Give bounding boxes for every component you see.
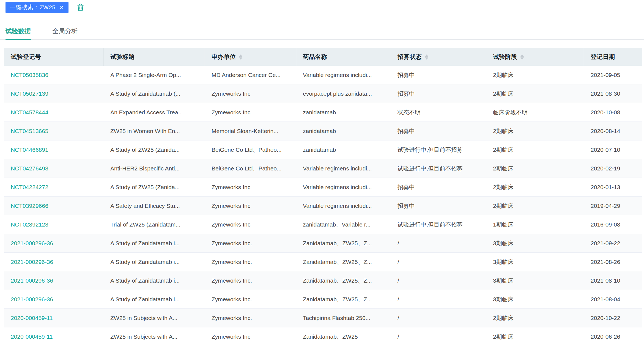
column-header: 试验标题 — [104, 48, 205, 66]
recruit-status-cell: 招募中 — [391, 90, 486, 98]
sort-icon[interactable] — [520, 54, 524, 60]
drug-name-cell: Zanidatamab、ZW25、Z... — [296, 277, 391, 285]
drug-name-cell: zanidatamab — [296, 128, 391, 134]
sponsor-cell: Zymeworks Inc — [205, 203, 296, 209]
column-header: 试验登记号 — [4, 48, 104, 66]
table-row: 2020-000459-11 ZW25 in Subjects with A..… — [4, 327, 642, 345]
trial-title-cell: A Study of ZW25 (Zanida... — [104, 184, 205, 191]
table-row: NCT03929666 A Safety and Efficacy Stu...… — [4, 197, 642, 215]
trial-registration-link[interactable]: NCT04276493 — [11, 165, 48, 172]
trial-registration-link[interactable]: NCT02892123 — [11, 221, 48, 228]
trial-registration-link[interactable]: 2021-000296-36 — [11, 259, 53, 265]
register-date-cell: 2021-08-10 — [584, 277, 642, 284]
trial-phase-cell: 3期临床 — [486, 258, 584, 266]
trials-table: 试验登记号 试验标题 申办单位 药品名称 招募状态 试验阶段 登记日期 NCT0… — [4, 48, 642, 345]
trial-title-cell: An Expanded Access Trea... — [104, 109, 205, 116]
trash-icon — [76, 3, 85, 12]
sponsor-cell: Zymeworks Inc. — [205, 240, 296, 247]
column-header-label: 试验标题 — [110, 53, 135, 61]
register-date-cell: 2020-08-14 — [584, 128, 642, 134]
recruit-status-cell: 状态不明 — [391, 109, 486, 116]
table-row: 2021-000296-36 A Study of Zanidatamab i.… — [4, 234, 642, 253]
sponsor-cell: Zymeworks Inc. — [205, 315, 296, 321]
register-date-cell: 2021-08-26 — [584, 259, 642, 265]
trial-phase-cell: 1期临床 — [486, 221, 584, 228]
sort-icon[interactable] — [239, 54, 242, 60]
register-date-cell: 2021-08-04 — [584, 296, 642, 303]
filter-chip-label: 一键搜索：ZW25 — [10, 4, 56, 11]
column-header[interactable]: 申办单位 — [205, 48, 296, 66]
trial-phase-cell: 2期临床 — [486, 202, 584, 210]
sponsor-cell: Zymeworks Inc. — [205, 277, 296, 284]
column-header-label: 登记日期 — [591, 53, 615, 61]
column-header[interactable]: 招募状态 — [391, 48, 486, 66]
trial-title-cell: A Study of Zanidatamab i... — [104, 240, 205, 247]
column-header: 药品名称 — [296, 48, 391, 66]
recruit-status-cell: 招募中 — [391, 127, 486, 135]
drug-name-cell: Tachipirina Flashtab 250... — [296, 315, 391, 321]
sort-icon[interactable] — [425, 54, 428, 60]
sponsor-cell: Zymeworks Inc. — [205, 259, 296, 265]
trial-registration-link[interactable]: NCT04513665 — [11, 128, 48, 134]
drug-name-cell: zanidatamab — [296, 109, 391, 116]
drug-name-cell: Zanidatamab、ZW25、Z... — [296, 296, 391, 303]
trial-registration-link[interactable]: NCT03929666 — [11, 203, 48, 209]
search-filter-chip[interactable]: 一键搜索：ZW25 ✕ — [6, 2, 68, 13]
close-icon[interactable]: ✕ — [59, 5, 64, 10]
tab-bar: 试验数据 全局分析 — [0, 27, 644, 40]
tab-global-analysis[interactable]: 全局分析 — [52, 27, 78, 39]
trial-registration-link[interactable]: NCT04578444 — [11, 109, 48, 115]
register-date-cell: 2021-08-30 — [584, 90, 642, 97]
trial-registration-link[interactable]: 2020-000459-11 — [11, 315, 53, 321]
trial-registration-link[interactable]: 2021-000296-36 — [11, 240, 53, 246]
register-date-cell: 2021-09-05 — [584, 72, 642, 78]
register-date-cell: 2020-10-22 — [584, 315, 642, 321]
sponsor-cell: Zymeworks Inc — [205, 221, 296, 228]
tab-trial-data[interactable]: 试验数据 — [6, 27, 31, 39]
table-row: NCT02892123 Trial of ZW25 (Zanidatam... … — [4, 215, 642, 234]
recruit-status-cell: 招募中 — [391, 183, 486, 191]
table-row: NCT04578444 An Expanded Access Trea... Z… — [4, 103, 642, 122]
drug-name-cell: zanidatamab、Variable r... — [296, 221, 391, 228]
table-row: NCT04513665 ZW25 in Women With En... Mem… — [4, 122, 642, 140]
recruit-status-cell: 试验进行中,但目前不招募 — [391, 165, 486, 172]
trial-registration-link[interactable]: NCT05035836 — [11, 72, 48, 78]
recruit-status-cell: / — [391, 259, 486, 265]
trial-title-cell: A Study of Zanidatamab i... — [104, 259, 205, 265]
trial-title-cell: ZW25 in Subjects with A... — [104, 315, 205, 321]
trial-title-cell: A Study of Zanidatamab i... — [104, 277, 205, 284]
trial-phase-cell: 2期临床 — [486, 333, 584, 341]
trial-title-cell: A Study of ZW25 (Zanida... — [104, 147, 205, 153]
drug-name-cell: evorpacept plus zanidata... — [296, 90, 391, 97]
recruit-status-cell: / — [391, 333, 486, 340]
column-header-label: 药品名称 — [303, 53, 327, 61]
trial-phase-cell: 3期临床 — [486, 296, 584, 303]
recruit-status-cell: / — [391, 240, 486, 247]
delete-filter-button[interactable] — [76, 3, 85, 12]
trial-registration-link[interactable]: NCT04224272 — [11, 184, 48, 190]
trial-registration-link[interactable]: 2021-000296-36 — [11, 277, 53, 284]
table-row: 2021-000296-36 A Study of Zanidatamab i.… — [4, 271, 642, 290]
trial-registration-link[interactable]: NCT05027139 — [11, 90, 48, 97]
trial-registration-link[interactable]: 2020-000459-11 — [11, 333, 53, 340]
trial-phase-cell: 2期临床 — [486, 183, 584, 191]
drug-name-cell: Variable regimens includi... — [296, 72, 391, 78]
trial-title-cell: ZW25 in Women With En... — [104, 128, 205, 134]
register-date-cell: 2020-01-13 — [584, 184, 642, 191]
trial-registration-link[interactable]: 2021-000296-36 — [11, 296, 53, 302]
trial-registration-link[interactable]: NCT04466891 — [11, 147, 48, 153]
trial-phase-cell: 3期临床 — [486, 277, 584, 285]
trial-phase-cell: 临床阶段不明 — [486, 109, 584, 116]
filter-bar: 一键搜索：ZW25 ✕ — [0, 0, 644, 13]
table-header-row: 试验登记号 试验标题 申办单位 药品名称 招募状态 试验阶段 登记日期 — [4, 48, 642, 66]
drug-name-cell: Variable regimens includi... — [296, 184, 391, 191]
trial-phase-cell: 2期临床 — [486, 90, 584, 98]
sponsor-cell: Memorial Sloan-Ketterin... — [205, 128, 296, 134]
table-row: 2021-000296-36 A Study of Zanidatamab i.… — [4, 290, 642, 309]
table-row: NCT04466891 A Study of ZW25 (Zanida... B… — [4, 140, 642, 159]
column-header[interactable]: 试验阶段 — [486, 48, 584, 66]
trial-phase-cell: 2期临床 — [486, 146, 584, 154]
trial-title-cell: A Safety and Efficacy Stu... — [104, 203, 205, 209]
table-row: NCT04224272 A Study of ZW25 (Zanida... Z… — [4, 178, 642, 197]
recruit-status-cell: 招募中 — [391, 202, 486, 210]
